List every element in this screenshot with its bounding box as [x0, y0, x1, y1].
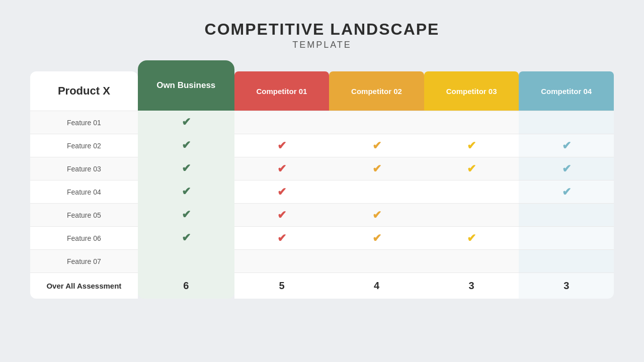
check-icon: ✔ [277, 186, 286, 199]
assessment-c3-score: 3 [424, 273, 519, 299]
feature-label-5: Feature 05 [30, 203, 138, 226]
feature-label-4: Feature 04 [30, 180, 138, 203]
check-icon: ✔ [277, 139, 286, 152]
c1-check-3: ✔ [234, 157, 330, 180]
c3-check-4 [424, 180, 519, 203]
check-icon: ✔ [182, 139, 191, 152]
feature-label-6: Feature 06 [30, 226, 138, 249]
c3-check-5 [424, 203, 519, 226]
table-row: Feature 04✔✔✔ [30, 180, 614, 203]
check-icon: ✔ [562, 186, 571, 199]
table-row: Feature 05✔✔✔ [30, 203, 614, 226]
assessment-c4-score: 3 [519, 273, 614, 299]
c3-check-3: ✔ [424, 157, 519, 180]
c3-check-6: ✔ [424, 226, 519, 249]
feature-label-2: Feature 02 [30, 134, 138, 157]
c1-check-7 [234, 249, 330, 273]
own-check-3: ✔ [138, 157, 234, 180]
c3-check-2: ✔ [424, 134, 519, 157]
own-check-4: ✔ [138, 180, 234, 203]
own-check-2: ✔ [138, 134, 234, 157]
check-icon: ✔ [562, 139, 571, 152]
competitor-04-header: Competitor 04 [519, 60, 614, 111]
page-title: COMPETITIVE LANDSCAPE [205, 20, 440, 39]
column-headers-row: Product X Own Business Competitor 01 Com… [30, 60, 614, 111]
table-row: Feature 06✔✔✔✔ [30, 226, 614, 249]
c4-check-2: ✔ [519, 134, 614, 157]
product-label: Product X [30, 71, 138, 111]
check-icon: ✔ [467, 232, 476, 245]
competitor-02-label: Competitor 02 [329, 71, 424, 111]
c1-check-1 [234, 111, 330, 134]
comparison-table: Product X Own Business Competitor 01 Com… [30, 60, 614, 299]
check-icon: ✔ [372, 139, 381, 152]
c2-check-3: ✔ [329, 157, 424, 180]
own-check-1: ✔ [138, 111, 234, 134]
c2-check-4 [329, 180, 424, 203]
c4-check-4: ✔ [519, 180, 614, 203]
competitor-01-header: Competitor 01 [234, 60, 330, 111]
check-icon: ✔ [372, 209, 381, 222]
check-icon: ✔ [182, 208, 191, 221]
c4-check-6 [519, 226, 614, 249]
table-row: Feature 02✔✔✔✔✔ [30, 134, 614, 157]
c4-check-3: ✔ [519, 157, 614, 180]
own-business-header-cell: Own Business [138, 60, 234, 111]
c1-check-4: ✔ [234, 180, 330, 203]
c4-check-5 [519, 203, 614, 226]
own-business-label: Own Business [138, 60, 234, 111]
product-header-cell: Product X [30, 60, 138, 111]
competitor-04-label: Competitor 04 [519, 71, 614, 111]
check-icon: ✔ [277, 232, 286, 245]
c1-check-2: ✔ [234, 134, 330, 157]
table-row: Feature 07 [30, 249, 614, 273]
check-icon: ✔ [467, 139, 476, 152]
assessment-c2-score: 4 [329, 273, 424, 299]
c2-check-7 [329, 249, 424, 273]
table-row: Feature 03✔✔✔✔✔ [30, 157, 614, 180]
assessment-row: Over All Assessment65433 [30, 273, 614, 299]
own-check-5: ✔ [138, 203, 234, 226]
check-icon: ✔ [467, 162, 476, 175]
check-icon: ✔ [182, 116, 191, 129]
check-icon: ✔ [182, 185, 191, 198]
check-icon: ✔ [182, 162, 191, 175]
feature-label-7: Feature 07 [30, 249, 138, 273]
c3-check-7 [424, 249, 519, 273]
comparison-table-wrapper: Product X Own Business Competitor 01 Com… [30, 60, 614, 299]
c2-check-1 [329, 111, 424, 134]
assessment-c1-score: 5 [234, 273, 330, 299]
c1-check-5: ✔ [234, 203, 330, 226]
assessment-label: Over All Assessment [30, 273, 138, 299]
feature-label-3: Feature 03 [30, 157, 138, 180]
table-row: Feature 01✔ [30, 111, 614, 134]
check-icon: ✔ [562, 162, 571, 175]
c1-check-6: ✔ [234, 226, 330, 249]
c2-check-5: ✔ [329, 203, 424, 226]
competitor-03-header: Competitor 03 [424, 60, 519, 111]
own-check-6: ✔ [138, 226, 234, 249]
page-header: COMPETITIVE LANDSCAPE TEMPLATE [205, 20, 440, 50]
c4-check-1 [519, 111, 614, 134]
own-check-7 [138, 249, 234, 273]
feature-label-1: Feature 01 [30, 111, 138, 134]
c2-check-2: ✔ [329, 134, 424, 157]
c4-check-7 [519, 249, 614, 273]
competitor-01-label: Competitor 01 [234, 71, 330, 111]
c3-check-1 [424, 111, 519, 134]
assessment-own-score: 6 [138, 273, 234, 299]
check-icon: ✔ [277, 162, 286, 175]
page-subtitle: TEMPLATE [205, 40, 440, 50]
check-icon: ✔ [372, 232, 381, 245]
competitor-03-label: Competitor 03 [424, 71, 519, 111]
c2-check-6: ✔ [329, 226, 424, 249]
check-icon: ✔ [182, 231, 191, 244]
check-icon: ✔ [277, 209, 286, 222]
check-icon: ✔ [372, 162, 381, 175]
competitor-02-header: Competitor 02 [329, 60, 424, 111]
